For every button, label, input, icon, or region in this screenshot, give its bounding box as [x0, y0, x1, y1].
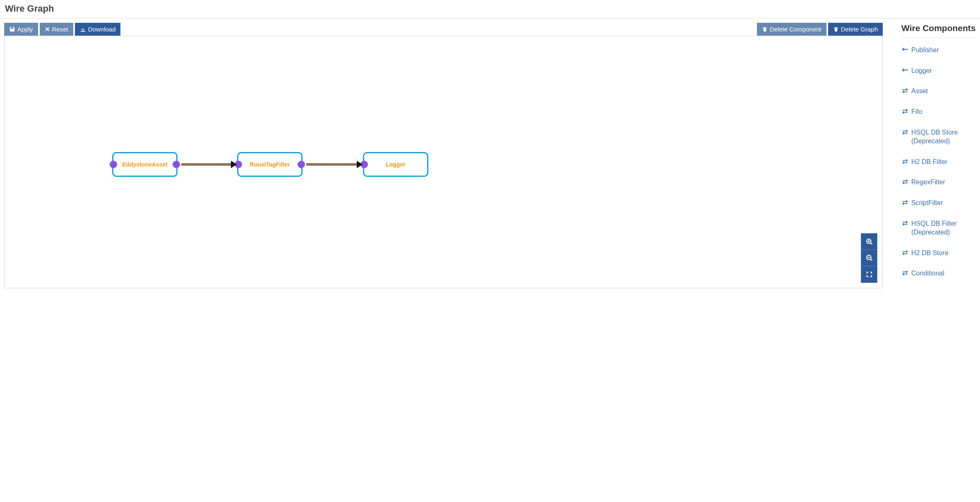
- download-button[interactable]: Download: [75, 23, 121, 36]
- apply-button[interactable]: Apply: [4, 23, 38, 36]
- output-port[interactable]: [173, 161, 180, 168]
- swap-icon: [901, 108, 909, 115]
- palette-item-label: HSQL DB Filter (Deprecated): [911, 219, 976, 237]
- arrowhead-icon: [231, 161, 237, 168]
- swap-icon: [901, 87, 909, 94]
- palette-item[interactable]: Fifo: [901, 101, 976, 122]
- wire-components-palette: Wire Components PublisherLoggerAssetFifo…: [901, 23, 976, 288]
- save-icon: [9, 26, 15, 32]
- swap-icon: [901, 129, 909, 135]
- palette-item[interactable]: Publisher: [901, 40, 976, 60]
- delete-graph-label: Delete Graph: [841, 26, 878, 33]
- palette-item[interactable]: H2 DB Filter: [901, 152, 976, 172]
- download-label: Download: [88, 26, 116, 33]
- palette-item[interactable]: Conditional: [901, 263, 976, 284]
- arrow-left-icon: [901, 46, 909, 52]
- swap-icon: [901, 158, 909, 165]
- fit-button[interactable]: [861, 266, 877, 283]
- palette-item-label: Publisher: [911, 46, 939, 55]
- trash-icon: [833, 27, 839, 32]
- palette-item-label: Asset: [911, 87, 928, 96]
- swap-icon: [901, 249, 909, 256]
- palette-item[interactable]: ScriptFilter: [901, 193, 976, 213]
- swap-icon: [901, 179, 909, 185]
- trash-icon: [762, 27, 768, 32]
- close-icon: [45, 27, 50, 32]
- delete-graph-button[interactable]: Delete Graph: [828, 23, 883, 36]
- apply-label: Apply: [17, 26, 33, 33]
- graph-node[interactable]: EddystoneAsset: [112, 152, 178, 177]
- graph-canvas[interactable]: EddystoneAssetRuuviTagFilterLogger: [4, 36, 883, 288]
- wire-edge[interactable]: [181, 163, 231, 166]
- palette-item[interactable]: HSQL DB Filter (Deprecated): [901, 213, 976, 243]
- swap-icon: [901, 270, 909, 276]
- wire-edge[interactable]: [306, 163, 357, 166]
- graph-node-label: EddystoneAsset: [122, 161, 168, 168]
- expand-icon: [866, 271, 872, 278]
- palette-item-label: RegexFilter: [911, 178, 945, 187]
- palette-item[interactable]: RegexFilter: [901, 172, 976, 193]
- arrow-left-icon: [901, 67, 909, 73]
- palette-item-label: ScriptFilter: [911, 198, 943, 208]
- palette-item-label: Conditional: [911, 269, 944, 278]
- zoom-out-button[interactable]: [861, 250, 877, 266]
- palette-item-label: Fifo: [911, 107, 922, 116]
- palette-item[interactable]: Logger: [901, 60, 976, 81]
- page-title: Wire Graph: [0, 0, 980, 19]
- palette-item[interactable]: H2 DB Store: [901, 243, 976, 263]
- swap-icon: [901, 199, 909, 206]
- graph-node[interactable]: Logger: [363, 152, 428, 177]
- palette-item-label: H2 DB Filter: [911, 157, 947, 167]
- swap-icon: [901, 220, 909, 227]
- reset-label: Reset: [52, 26, 68, 33]
- palette-item[interactable]: HSQL DB Store (Deprecated): [901, 122, 976, 152]
- graph-node-label: Logger: [386, 161, 405, 168]
- reset-button[interactable]: Reset: [40, 23, 73, 36]
- zoom-controls: [861, 233, 877, 283]
- palette-item-label: HSQL DB Store (Deprecated): [911, 128, 976, 146]
- input-port[interactable]: [110, 161, 117, 168]
- graph-node-label: RuuviTagFilter: [250, 161, 290, 168]
- palette-item-label: Logger: [911, 66, 932, 75]
- zoom-in-icon: [866, 238, 873, 245]
- delete-component-label: Delete Component: [770, 26, 821, 33]
- sidebar-title: Wire Components: [901, 23, 976, 38]
- palette-item[interactable]: Asset: [901, 81, 976, 101]
- output-port[interactable]: [298, 161, 305, 168]
- zoom-out-icon: [866, 254, 873, 261]
- palette-item-label: H2 DB Store: [911, 249, 949, 258]
- delete-component-button[interactable]: Delete Component: [757, 23, 826, 36]
- toolbar: Apply Reset Download: [4, 23, 883, 36]
- graph-node[interactable]: RuuviTagFilter: [237, 152, 303, 177]
- arrowhead-icon: [357, 161, 363, 168]
- download-icon: [80, 26, 86, 32]
- zoom-in-button[interactable]: [861, 233, 877, 250]
